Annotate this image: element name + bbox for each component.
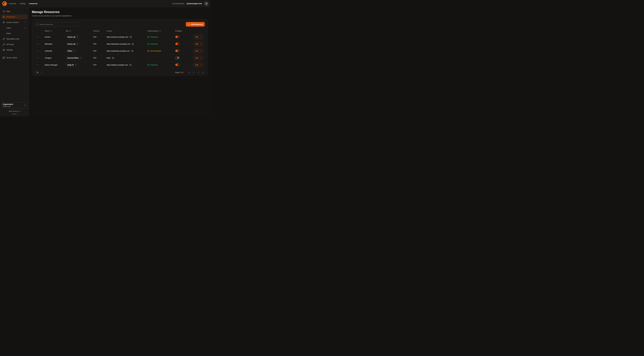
breadcrumb-settings[interactable]: settings <box>20 2 26 4</box>
edit-button[interactable]: Edit <box>193 56 203 60</box>
page-size-select[interactable]: 20 <box>35 70 43 74</box>
arrow-right-icon <box>200 57 201 59</box>
auth-status: Not Protected <box>147 50 175 52</box>
enabled-toggle[interactable] <box>175 36 179 38</box>
copy-icon[interactable] <box>130 36 132 38</box>
site-name: Home Lab <box>68 36 76 38</box>
breadcrumb-org[interactable]: home-lab <box>9 2 16 4</box>
table-row: Immich Home Lab TCP https://immich.examp… <box>35 34 205 40</box>
arrow-right-icon <box>200 36 201 38</box>
waypoints-icon <box>3 16 5 18</box>
site-name: Edge 01 <box>68 64 74 66</box>
copy-icon[interactable] <box>112 57 114 59</box>
enabled-toggle[interactable] <box>175 57 179 59</box>
add-resource-button[interactable]: Add Resource <box>186 22 205 26</box>
first-page-button[interactable] <box>187 71 191 74</box>
breadcrumb-resources[interactable]: resources <box>29 2 38 4</box>
sidebar: Sites Resources Access Control Users Rol… <box>0 7 29 116</box>
site-name: Home Lab <box>68 43 76 45</box>
sidebar-item-users[interactable]: Users <box>1 26 28 30</box>
row-menu-button[interactable] <box>36 56 39 60</box>
chevron-right-icon <box>24 27 26 29</box>
sidebar-item-label: Users <box>6 27 11 29</box>
shield-off-icon <box>147 50 149 52</box>
sidebar-item-roles[interactable]: Roles <box>1 31 28 36</box>
sort-icon[interactable] <box>70 30 71 32</box>
users-icon <box>3 21 5 24</box>
chevron-right-icon <box>26 3 28 4</box>
edit-button[interactable]: Edit <box>193 49 203 53</box>
column-header-enabled: Enabled <box>175 30 182 32</box>
sidebar-item-shareable-links[interactable]: Shareable Links <box>1 37 28 41</box>
open-source-link[interactable]: Open Source <box>1 110 28 112</box>
resources-panel: Add Resource Name Site Protocol Access A… <box>32 19 208 76</box>
chevrons-right-icon <box>202 72 204 74</box>
row-menu-button[interactable] <box>36 42 39 46</box>
arrow-right-icon <box>200 50 201 52</box>
site-name: Second Office <box>68 57 79 59</box>
plus-icon <box>188 23 190 25</box>
site-link-button[interactable]: Edge 01 <box>66 63 78 67</box>
pangolin-logo-icon <box>2 1 7 6</box>
column-header-authentication: Authentication <box>147 30 158 32</box>
sidebar-item-access-control[interactable]: Access Control <box>1 20 28 24</box>
edit-label: Edit <box>195 36 198 38</box>
chevron-right-icon <box>17 3 19 4</box>
sidebar-item-server-admin[interactable]: Server Admin <box>1 56 28 60</box>
chevron-right-icon <box>198 72 199 74</box>
version-label: v1.3.0 <box>1 113 28 115</box>
pagination: 20 Page 1 of 1 <box>35 70 205 74</box>
sidebar-item-sites[interactable]: Sites <box>1 9 28 14</box>
breadcrumb: home-lab settings resources <box>9 2 38 4</box>
resource-name: Postgres <box>45 57 66 59</box>
avatar[interactable]: J <box>204 2 208 6</box>
sidebar-item-label: Server Admin <box>6 57 17 59</box>
site-link-button[interactable]: Second Office <box>66 56 83 60</box>
search-input[interactable] <box>39 23 77 25</box>
row-menu-button[interactable] <box>36 63 39 66</box>
edit-label: Edit <box>195 57 198 59</box>
server-icon <box>3 57 5 59</box>
sidebar-item-resources[interactable]: Resources <box>1 15 28 19</box>
copy-icon[interactable] <box>132 43 134 45</box>
sidebar-item-label: API Keys <box>6 43 14 45</box>
sidebar-item-settings[interactable]: Settings <box>1 48 28 52</box>
edit-button[interactable]: Edit <box>193 63 203 67</box>
copy-icon[interactable] <box>131 50 134 52</box>
sidebar-item-label: Resources <box>6 16 15 18</box>
sidebar-item-api-keys[interactable]: API Keys <box>1 42 28 46</box>
sidebar-item-label: Settings <box>6 49 13 51</box>
site-link-button[interactable]: Home Lab <box>66 42 80 46</box>
column-header-protocol: Protocol <box>93 30 100 32</box>
next-page-button[interactable] <box>196 71 200 74</box>
table-row: Battery Manager Edge 01 TCP https://batt… <box>35 62 205 68</box>
arrow-up-right-icon <box>75 64 76 66</box>
previous-page-button[interactable] <box>192 71 195 74</box>
protocol: TCP <box>93 43 106 45</box>
copy-icon[interactable] <box>129 64 132 66</box>
auth-status: Protected <box>147 43 175 45</box>
site-link-button[interactable]: Office <box>66 49 76 53</box>
add-resource-label: Add Resource <box>191 23 203 25</box>
ellipsis-icon <box>37 57 39 59</box>
table-row: Authentik Office TCP https://authentik.e… <box>35 48 205 54</box>
site-link-button[interactable]: Home Lab <box>66 35 80 39</box>
row-menu-button[interactable] <box>36 50 39 52</box>
arrow-up-right-icon <box>73 50 75 52</box>
edit-button[interactable]: Edit <box>193 35 203 39</box>
documentation-link[interactable]: Documentation <box>172 2 184 4</box>
edit-button[interactable]: Edit <box>193 42 203 46</box>
enabled-toggle[interactable] <box>175 64 179 66</box>
sort-icon[interactable] <box>159 30 161 32</box>
auth-label: Not Protected <box>150 50 161 52</box>
page-info: Page 1 of 1 <box>175 72 184 74</box>
organization-picker[interactable]: Organization Home Lab <box>1 102 28 108</box>
row-menu-button[interactable] <box>36 36 39 38</box>
sort-icon[interactable] <box>50 30 52 32</box>
protocol: TCP <box>93 50 106 52</box>
last-page-button[interactable] <box>201 71 205 74</box>
enabled-toggle[interactable] <box>175 43 179 45</box>
site-name: Office <box>68 50 72 52</box>
enabled-toggle[interactable] <box>175 50 179 52</box>
chevrons-up-down-icon <box>24 104 26 106</box>
